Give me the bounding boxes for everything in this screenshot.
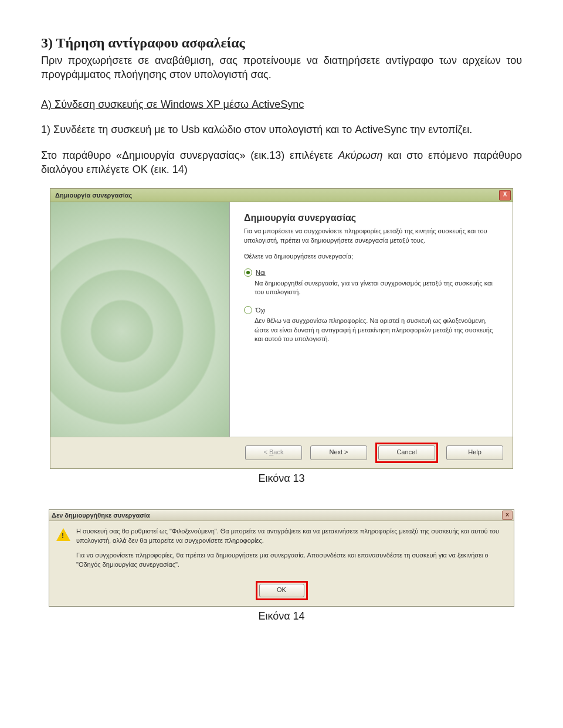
dialog2-titlebar: Δεν δημιουργήθηκε συνεργασία X — [49, 510, 514, 521]
dialog-title-text: Δημιουργία συνεργασίας — [55, 192, 132, 199]
dialog2-body: Η συσκευή σας θα ρυθμιστεί ως "Φιλοξενού… — [49, 521, 514, 581]
dialog2-text: Η συσκευή σας θα ρυθμιστεί ως "Φιλοξενού… — [76, 527, 507, 575]
dialog-content: Δημιουργία συνεργασίας Για να μπορέσετε … — [230, 202, 513, 437]
dialog-create-partnership: Δημιουργία συνεργασίας X Δημιουργία συνε… — [50, 188, 513, 469]
radio-no-label: Όχι — [256, 307, 266, 314]
dialog-titlebar: Δημιουργία συνεργασίας X — [50, 189, 513, 202]
section-heading: 3) Τήρηση αντίγραφου ασφαλείας — [41, 35, 522, 51]
help-button[interactable]: Help — [446, 445, 503, 460]
close-icon[interactable]: X — [499, 190, 511, 200]
dialog-question: Θέλετε να δημιουργήσετε συνεργασία; — [244, 252, 498, 261]
close-icon[interactable]: X — [502, 511, 513, 520]
dialog-body: Δημιουργία συνεργασίας Για να μπορέσετε … — [50, 202, 513, 437]
dialog2-footer: OK — [49, 581, 514, 606]
dialog-footer: < Back Next > Cancel Help — [50, 437, 513, 468]
subsection-heading: Α) Σύνδεση συσκευής σε Windows XP μέσω A… — [41, 98, 522, 111]
dialog-heading: Δημιουργία συνεργασίας — [244, 213, 498, 223]
paragraph-intro: Πριν προχωρήσετε σε αναβάθμιση, σας προτ… — [41, 53, 522, 82]
paragraph-step1: 1) Συνδέετε τη συσκευή με το Usb καλώδιο… — [41, 123, 522, 137]
warning-icon — [56, 528, 70, 541]
figure-caption-14: Εικόνα 14 — [41, 610, 522, 622]
dialog2-paragraph-1: Η συσκευή σας θα ρυθμιστεί ως "Φιλοξενού… — [76, 527, 507, 545]
radio-yes-label: Ναι — [256, 269, 266, 276]
radio-no[interactable]: Όχι — [244, 306, 498, 314]
next-button[interactable]: Next > — [310, 445, 367, 460]
radio-icon — [244, 306, 252, 314]
radio-no-description: Δεν θέλω να συγχρονίσω πληροφορίες. Να ο… — [255, 317, 498, 343]
dialog-sidebar-image — [50, 202, 230, 437]
figure-caption-13: Εικόνα 13 — [41, 472, 522, 485]
text-cancel-italic: Ακύρωση — [338, 149, 382, 161]
ok-button-highlight: OK — [256, 581, 308, 600]
paragraph-step2: Στο παράθυρο «Δημιουργία συνεργασίας» (ε… — [41, 148, 522, 177]
dialog2-title-text: Δεν δημιουργήθηκε συνεργασία — [52, 512, 150, 519]
cancel-button-highlight: Cancel — [375, 443, 438, 463]
back-button: < Back — [245, 445, 302, 460]
dialog-no-partnership: Δεν δημιουργήθηκε συνεργασία X Η συσκευή… — [49, 509, 514, 607]
cancel-button[interactable]: Cancel — [378, 445, 435, 460]
dialog2-paragraph-2: Για να συγχρονίσετε πληροφορίες, θα πρέπ… — [76, 551, 507, 569]
text-fragment: Στο παράθυρο «Δημιουργία συνεργασίας» (ε… — [41, 149, 338, 161]
radio-yes[interactable]: Ναι — [244, 268, 498, 277]
radio-icon — [244, 268, 252, 277]
ok-button[interactable]: OK — [259, 584, 304, 597]
radio-yes-description: Να δημιουργηθεί συνεργασία, για να γίνετ… — [255, 279, 498, 297]
dialog-description: Για να μπορέσετε να συγχρονίσετε πληροφο… — [244, 227, 498, 245]
